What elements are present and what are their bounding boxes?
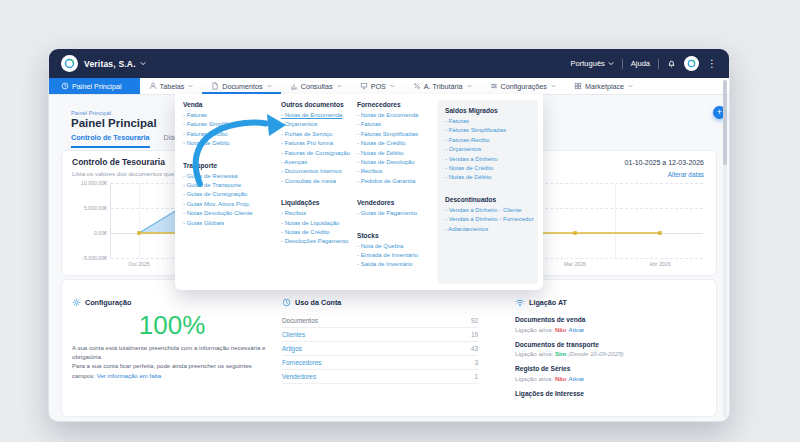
menu-group-title: Descontinuados bbox=[445, 196, 538, 203]
at-entries: Documentos de vendaLigação ativa: NãoAti… bbox=[515, 316, 711, 397]
chevron-down-icon bbox=[628, 84, 633, 88]
scrollbar-thumb[interactable] bbox=[723, 80, 727, 165]
menu-item-vendas-a-dinheiro-fornecedor[interactable]: - Vendas a Dinheiro - Fornecedor bbox=[445, 215, 538, 224]
account-usage-list: Documentos92Clientes19Artigos43Fornecedo… bbox=[282, 314, 478, 384]
menu-item-nota-de-quebra[interactable]: - Nota de Quebra bbox=[357, 242, 437, 251]
user-avatar[interactable] bbox=[684, 56, 699, 71]
wifi-icon bbox=[515, 298, 525, 307]
menu-item-notas-de-d-bito[interactable]: - Notas de Débito bbox=[183, 139, 279, 148]
menu-item-or-amentos[interactable]: - Orçamentos bbox=[445, 145, 538, 154]
menubar-item-label: POS bbox=[371, 82, 386, 91]
menu-item-notas-de-d-bito[interactable]: - Notas de Débito bbox=[357, 149, 437, 158]
menubar-item-pos[interactable]: POS bbox=[351, 78, 404, 94]
menu-column: Outros documentos- Notas de Encomenda- O… bbox=[279, 94, 357, 290]
at-entry: Registo de SériesLigação ativa: NãoAtiva… bbox=[515, 365, 711, 382]
menubar-item-documentos[interactable]: Documentos bbox=[202, 78, 280, 94]
at-activate-link[interactable]: Ativar bbox=[569, 375, 585, 382]
menu-item-notas-devolu-o-cliente[interactable]: - Notas Devolução Cliente bbox=[183, 209, 279, 218]
menu-item-or-amentos[interactable]: - Orçamentos bbox=[281, 120, 357, 129]
menubar-item-a-tribut-ria[interactable]: A. Tributária bbox=[404, 78, 481, 94]
menu-item-faturas[interactable]: - Faturas bbox=[445, 117, 538, 126]
menubar-item-consultas[interactable]: Consultas bbox=[281, 78, 351, 94]
chart-icon bbox=[290, 82, 298, 90]
document-icon bbox=[211, 82, 219, 90]
at-entry-title: Registo de Séries bbox=[515, 365, 711, 372]
menu-item-notas-de-cr-dito[interactable]: - Notas de Crédito bbox=[281, 228, 357, 237]
menu-item-notas-de-liquida-o[interactable]: - Notas de Liquidação bbox=[281, 219, 357, 228]
menu-item-entrada-de-invent-rio[interactable]: - Entrada de Inventário bbox=[357, 251, 437, 260]
menu-item-sa-da-de-invent-rio[interactable]: - Saída de Inventário bbox=[357, 260, 437, 269]
menu-item-notas-de-encomenda[interactable]: - Notas de Encomenda bbox=[281, 111, 357, 120]
menu-item-notas-de-encomenda[interactable]: - Notas de Encomenda bbox=[357, 111, 437, 120]
menu-item-faturas-pro-forma[interactable]: - Faturas Pro forma bbox=[281, 139, 357, 148]
configuration-header: Configuração bbox=[72, 298, 272, 307]
menu-item-notas-de-devolu-o[interactable]: - Notas de Devolução bbox=[357, 158, 437, 167]
account-usage-heading: Uso da Conta bbox=[295, 298, 341, 307]
notifications-bell-icon[interactable] bbox=[667, 59, 676, 68]
usage-value: 43 bbox=[471, 345, 478, 352]
y-axis-label: 5.000,00€ bbox=[65, 205, 107, 211]
usage-row-artigos: Artigos43 bbox=[282, 342, 478, 356]
usage-label[interactable]: Vendedores bbox=[282, 373, 316, 380]
menu-item-faturas-simplificadas[interactable]: - Faturas Simplificadas bbox=[445, 126, 538, 135]
menu-column: Venda- Faturas- Faturas Simplificadas- F… bbox=[175, 94, 279, 290]
menu-item-faturas-simplificadas[interactable]: - Faturas Simplificadas bbox=[357, 130, 437, 139]
y-axis-label: 0,00€ bbox=[65, 230, 107, 236]
dashboard-bottom-panel: Configuração 100% A sua conta está total… bbox=[61, 279, 717, 417]
menu-item-guias-de-transporte[interactable]: - Guias de Transporte bbox=[183, 181, 279, 190]
menubar-item-tabelas[interactable]: Tabelas bbox=[140, 78, 203, 94]
menu-item-vendas-a-dinheiro[interactable]: - Vendas a Dinheiro bbox=[445, 155, 538, 164]
missing-info-link[interactable]: Ver informação em falta bbox=[97, 372, 161, 379]
menu-item-guias-de-consigna-o[interactable]: - Guias de Consignação bbox=[183, 190, 279, 199]
menubar-item-marketplace[interactable]: Marketplace bbox=[565, 78, 642, 94]
menu-item-devolu-es-pagamento[interactable]: - Devoluções Pagamento bbox=[281, 237, 357, 246]
menu-item-guias-globais[interactable]: - Guias Globais bbox=[183, 219, 279, 228]
menu-item-notas-de-cr-dito[interactable]: - Notas de Crédito bbox=[445, 164, 538, 173]
menubar-item-configura-es[interactable]: Configurações bbox=[481, 78, 565, 94]
tab-controlo-de-tesouraria[interactable]: Controlo de Tesouraria bbox=[71, 133, 150, 148]
menu-item-documentos-internos[interactable]: - Documentos Internos bbox=[281, 167, 357, 176]
menu-item-fichas-de-servi-o[interactable]: - Fichas de Serviço bbox=[281, 130, 357, 139]
at-status-label: Ligação ativa: bbox=[515, 375, 555, 382]
kebab-menu-icon[interactable]: ⋮ bbox=[707, 59, 717, 69]
usage-label[interactable]: Clientes bbox=[282, 331, 305, 338]
chevron-down-icon bbox=[267, 84, 272, 88]
menu-item-vendas-a-dinheiro-cliente[interactable]: - Vendas a Dinheiro - Cliente bbox=[445, 206, 538, 215]
menu-item-aven-as[interactable]: - Avenças bbox=[281, 158, 357, 167]
change-dates-link[interactable]: Alterar datas bbox=[668, 171, 704, 178]
at-status-label: Ligação ativa: bbox=[515, 326, 555, 333]
at-activate-link[interactable]: Ativar bbox=[569, 326, 585, 333]
configuration-text: A sua conta está totalmente preenchida c… bbox=[72, 343, 272, 380]
menu-item-recibos[interactable]: - Recibos bbox=[281, 209, 357, 218]
menu-item-guias-de-pagamento[interactable]: - Guias de Pagamento bbox=[357, 209, 437, 218]
help-link[interactable]: Ajuda bbox=[631, 59, 650, 68]
settings-icon bbox=[490, 82, 498, 90]
configuration-body: A sua conta está totalmente preenchida c… bbox=[72, 343, 272, 361]
menu-item-adiantamentos[interactable]: - Adiantamentos bbox=[445, 225, 538, 234]
menu-item-faturas[interactable]: - Faturas bbox=[183, 111, 279, 120]
menu-item-faturas-recibo[interactable]: - Faturas-Recibo bbox=[183, 130, 279, 139]
menu-item-notas-de-cr-dito[interactable]: - Notas de Crédito bbox=[357, 139, 437, 148]
menu-item-faturas-de-consigna-o[interactable]: - Faturas de Consignação bbox=[281, 149, 357, 158]
usage-label[interactable]: Artigos bbox=[282, 345, 302, 352]
company-logo[interactable] bbox=[61, 55, 78, 72]
usage-label[interactable]: Fornecedores bbox=[282, 359, 321, 366]
breadcrumb[interactable]: Painel Principal bbox=[71, 110, 111, 116]
language-selector[interactable]: Português bbox=[571, 59, 614, 68]
menu-item-faturas-simplificadas[interactable]: - Faturas Simplificadas bbox=[183, 120, 279, 129]
scrollbar[interactable] bbox=[723, 80, 727, 418]
at-status-value: Não bbox=[555, 375, 567, 382]
company-chevron-down-icon[interactable] bbox=[140, 61, 146, 66]
main-menubar: Painel PrincipalTabelasDocumentosConsult… bbox=[49, 78, 729, 95]
menu-item-guias-de-remessa[interactable]: - Guias de Remessa bbox=[183, 172, 279, 181]
menu-item-faturas-recibo[interactable]: - Faturas-Recibo bbox=[445, 136, 538, 145]
menubar-item-painel-principal[interactable]: Painel Principal bbox=[49, 78, 140, 94]
menu-item-recibos[interactable]: - Recibos bbox=[357, 167, 437, 176]
menu-item-pedidos-de-garantia[interactable]: - Pedidos de Garantia bbox=[357, 177, 437, 186]
menu-item-guias-mov-ativos-pr-p-[interactable]: - Guias Mov. Ativos Próp. bbox=[183, 200, 279, 209]
menu-item-faturas[interactable]: - Faturas bbox=[357, 120, 437, 129]
menu-item-notas-de-d-bito[interactable]: - Notas de Débito bbox=[445, 173, 538, 182]
menu-item-consultas-de-mesa[interactable]: - Consultas de mesa bbox=[281, 177, 357, 186]
language-chevron-down-icon bbox=[608, 61, 614, 66]
company-name[interactable]: Veritas, S.A. bbox=[84, 59, 136, 69]
